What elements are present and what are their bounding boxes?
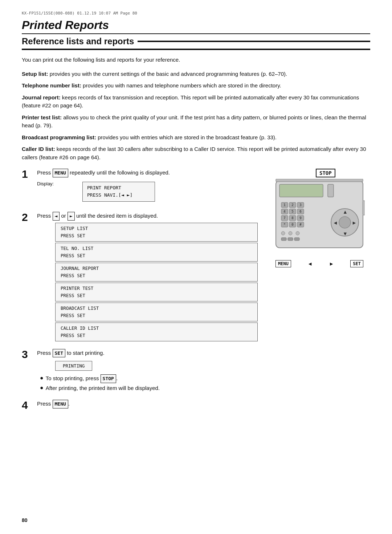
svg-text:1: 1 [283,203,285,207]
header-meta: KX-FP151/155E(080-088) 01.12.19 10:07 AM… [22,11,370,16]
page-title: Printed Reports [22,19,370,34]
svg-text:4: 4 [283,210,285,213]
svg-point-27 [281,231,285,235]
svg-rect-33 [328,184,334,197]
right-arrow-label: ► [329,261,334,267]
svg-rect-40 [363,201,365,215]
svg-text:#: # [299,223,302,226]
steps-left: 1 Press MENU repeatedly until the follow… [22,169,258,411]
step-3-text: Press SET to start printing. [37,349,258,358]
steps-area: 1 Press MENU repeatedly until the follow… [22,169,370,411]
step-4: 4 Press MENU. [22,400,258,411]
set-label: SET [350,260,363,267]
svg-rect-31 [288,238,293,241]
desc-setup-text: provides you with the current settings o… [48,71,287,77]
svg-point-28 [289,231,292,235]
svg-text:▼: ▼ [343,231,348,237]
desc-broadcast-text: provides you with entries which are stor… [96,134,277,140]
desc-printer: Printer test list: allows you to check t… [22,114,370,130]
right-arrow-key: ► [68,212,75,221]
step-2-content: Press ◄ or ► until the desired item is d… [37,212,258,342]
step-4-number: 4 [22,400,32,411]
svg-rect-1 [279,184,323,197]
menu-key-4: MENU [53,400,68,408]
svg-text:◄: ◄ [333,220,338,226]
desc-tel: Telephone number list: provides you with… [22,82,370,90]
step-3: 3 Press SET to start printing. PRINTING … [22,349,258,394]
desc-caller: Caller ID list: keeps records of the las… [22,145,370,161]
display-box-1: PRINT REPORT PRESS NAVI.[◄ ►] [82,182,155,202]
fax-machine-svg: 1 2 3 4 5 6 7 8 9 * 0 # [274,179,365,259]
desc-caller-text: keeps records of the last 30 callers aft… [22,146,366,160]
bullet-2: ● After printing, the printed item will … [40,384,258,393]
step-4-text: Press MENU. [37,400,258,408]
svg-text:2: 2 [291,203,293,207]
svg-rect-2 [276,179,363,182]
intro-text: You can print out the following lists an… [22,56,370,64]
desc-tel-key: Telephone number list: [22,82,81,89]
page-number: 80 [22,517,28,523]
svg-text:9: 9 [299,216,301,220]
menu-key-1: MENU [53,169,68,177]
step-2: 2 Press ◄ or ► until the desired item is… [22,212,258,342]
step-3-number: 3 [22,349,32,360]
menu-boxes: SETUP LIST PRESS SET TEL NO. LIST PRESS … [55,223,258,341]
desc-setup: Setup list: provides you with the curren… [22,70,370,78]
left-arrow-label: ◄ [307,261,313,267]
bullet-1: ● To stop printing, press STOP. [40,374,258,383]
desc-broadcast: Broadcast programming list: provides you… [22,134,370,142]
menu-box-printer: PRINTER TEST PRESS SET [55,283,258,301]
step-2-text: Press ◄ or ► until the desired item is d… [37,212,258,221]
menu-label: MENU [275,260,291,267]
desc-setup-key: Setup list: [22,71,48,77]
svg-text:5: 5 [291,210,293,213]
svg-text:0: 0 [291,223,293,226]
svg-text:7: 7 [283,216,285,220]
desc-journal-text: keeps records of fax transmission and re… [22,94,359,109]
bullet-text-1: To stop printing, press STOP. [46,374,118,383]
desc-journal-key: Journal report: [22,94,61,100]
svg-text:▲: ▲ [343,209,348,215]
svg-text:►: ► [352,220,357,226]
desc-printer-text: allows you to check the print quality of… [22,114,366,129]
fax-diagram-area: STOP 1 2 3 4 5 6 [269,169,370,411]
menu-box-broadcast: BROADCAST LIST PRESS SET [55,303,258,321]
printing-box: PRINTING [55,361,92,371]
step-1-text: Press MENU repeatedly until the followin… [37,169,258,177]
step-1-display-row: Display: PRINT REPORT PRESS NAVI.[◄ ►] [37,180,258,204]
set-key-3: SET [53,349,65,358]
step-3-bullets: ● To stop printing, press STOP. ● After … [40,374,258,392]
bullet-text-2: After printing, the printed item will be… [46,384,160,393]
left-arrow-key: ◄ [53,212,60,221]
section-title: Reference lists and reports [22,36,370,50]
menu-box-journal: JOURNAL REPORT PRESS SET [55,263,258,282]
menu-box-tel: TEL NO. LIST PRESS SET [55,243,258,262]
svg-text:*: * [283,223,285,226]
step-1-number: 1 [22,169,32,180]
bullet-dot-1: ● [40,374,44,383]
step-1: 1 Press MENU repeatedly until the follow… [22,169,258,205]
descriptions-block: Setup list: provides you with the curren… [22,70,370,162]
desc-printer-key: Printer test list: [22,114,62,120]
step-4-content: Press MENU. [37,400,258,411]
svg-rect-30 [281,238,286,241]
menu-box-setup: SETUP LIST PRESS SET [55,223,258,242]
svg-rect-32 [294,238,299,241]
step-1-content: Press MENU repeatedly until the followin… [37,169,258,205]
desc-tel-text: provides you with names and telephone nu… [81,82,281,89]
svg-text:8: 8 [291,216,293,220]
display-label-1: Display: [37,180,57,186]
fax-bottom-labels: MENU ◄ ► SET [274,260,365,267]
svg-point-29 [296,231,299,235]
desc-journal: Journal report: keeps records of fax tra… [22,94,370,110]
desc-caller-key: Caller ID list: [22,146,55,152]
bullet-dot-2: ● [40,384,44,393]
step-2-number: 2 [22,212,32,223]
desc-broadcast-key: Broadcast programming list: [22,134,96,140]
step-3-content: Press SET to start printing. PRINTING ● … [37,349,258,394]
svg-point-35 [339,217,351,228]
stop-label: STOP [316,169,335,177]
stop-key: STOP [101,374,116,383]
svg-text:6: 6 [299,210,301,213]
menu-box-caller: CALLER ID LIST PRESS SET [55,323,258,341]
